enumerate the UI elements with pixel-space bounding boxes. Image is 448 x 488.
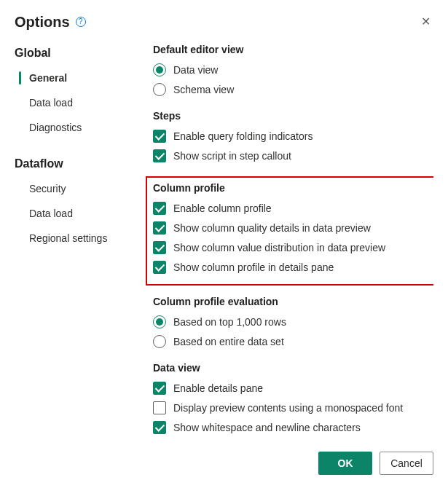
nav-heading-dataflow: Dataflow bbox=[15, 157, 138, 170]
checkbox-enable-column-profile[interactable] bbox=[153, 202, 166, 215]
radio-entire-set[interactable] bbox=[153, 335, 166, 348]
checkbox-script-callout[interactable] bbox=[153, 149, 166, 162]
section-column-profile-eval: Column profile evaluation bbox=[153, 296, 433, 307]
label-monospaced: Display preview contents using a monospa… bbox=[173, 401, 403, 414]
radio-data-view[interactable] bbox=[153, 63, 166, 76]
label-data-view: Data view bbox=[173, 63, 218, 76]
sidebar-item-data-load[interactable]: Data load bbox=[15, 90, 138, 115]
label-schema-view: Schema view bbox=[173, 83, 234, 96]
sidebar-item-security[interactable]: Security bbox=[15, 176, 138, 201]
checkbox-details-pane[interactable] bbox=[153, 382, 166, 395]
label-details-pane: Enable details pane bbox=[173, 382, 263, 395]
section-default-editor-view: Default editor view bbox=[153, 44, 433, 55]
ok-button[interactable]: OK bbox=[318, 452, 372, 475]
checkbox-column-profile-details[interactable] bbox=[153, 261, 166, 274]
label-script-callout: Show script in step callout bbox=[173, 149, 291, 162]
radio-schema-view[interactable] bbox=[153, 83, 166, 96]
label-column-profile-details: Show column profile in details pane bbox=[173, 261, 334, 274]
content-pane: Default editor view Data view Schema vie… bbox=[146, 44, 433, 441]
label-top-1000: Based on top 1,000 rows bbox=[173, 315, 286, 328]
sidebar-item-diagnostics[interactable]: Diagnostics bbox=[15, 115, 138, 140]
label-whitespace: Show whitespace and newline characters bbox=[173, 421, 361, 434]
sidebar-item-general[interactable]: General bbox=[15, 66, 138, 90]
sidebar-item-data-load-2[interactable]: Data load bbox=[15, 201, 138, 226]
help-icon[interactable]: ? bbox=[76, 17, 86, 27]
checkbox-query-folding[interactable] bbox=[153, 130, 166, 143]
sidebar: Global General Data load Diagnostics Dat… bbox=[15, 44, 146, 441]
checkbox-column-quality[interactable] bbox=[153, 221, 166, 235]
label-enable-column-profile: Enable column profile bbox=[173, 202, 272, 215]
close-icon[interactable]: ✕ bbox=[418, 13, 433, 31]
checkbox-monospaced[interactable] bbox=[153, 401, 166, 414]
label-query-folding: Enable query folding indicators bbox=[173, 130, 313, 143]
checkbox-column-distribution[interactable] bbox=[153, 241, 166, 254]
label-column-quality: Show column quality details in data prev… bbox=[173, 221, 371, 235]
label-column-distribution: Show column value distribution in data p… bbox=[173, 241, 385, 254]
section-data-view: Data view bbox=[153, 362, 433, 374]
section-column-profile: Column profile bbox=[153, 182, 433, 194]
checkbox-whitespace[interactable] bbox=[153, 421, 166, 434]
radio-top-1000[interactable] bbox=[153, 315, 166, 328]
cancel-button[interactable]: Cancel bbox=[380, 452, 433, 475]
label-entire-set: Based on entire data set bbox=[173, 335, 284, 348]
dialog-title: Options bbox=[15, 14, 70, 31]
column-profile-highlight: Column profile Enable column profile Sho… bbox=[146, 176, 433, 286]
sidebar-item-regional[interactable]: Regional settings bbox=[15, 226, 138, 251]
nav-heading-global: Global bbox=[15, 47, 138, 60]
section-steps: Steps bbox=[153, 110, 433, 122]
